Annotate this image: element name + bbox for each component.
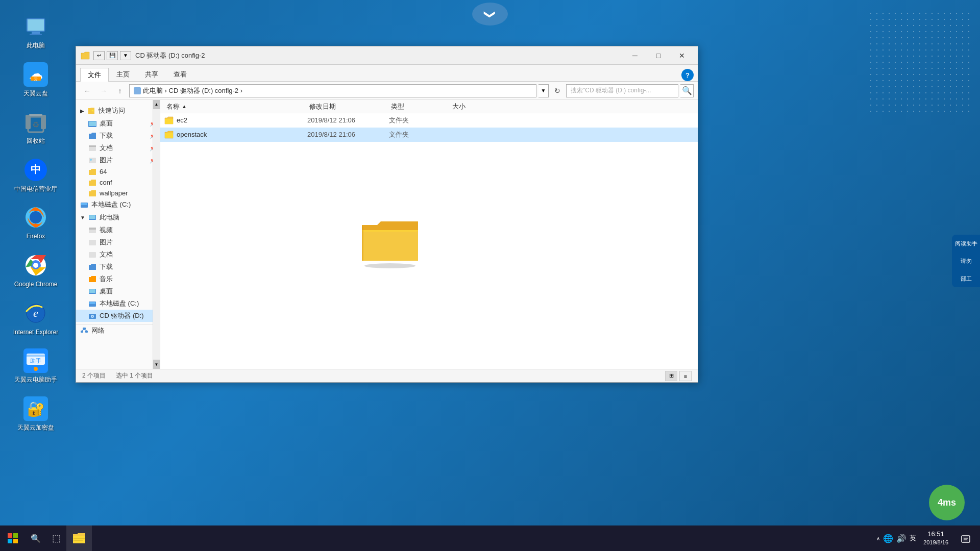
svg-rect-25 bbox=[27, 355, 45, 357]
desktop2-icon bbox=[88, 288, 96, 295]
sidebar-item-local-disk-c[interactable]: 本地磁盘 (C:) bbox=[76, 198, 160, 211]
sidebar-item-downloads[interactable]: 下载 📌 bbox=[76, 130, 160, 142]
svg-rect-66 bbox=[963, 536, 968, 542]
sidebar-item-pictures2[interactable]: 图片 bbox=[76, 236, 160, 248]
desktop-icon-this-pc[interactable]: 此电脑 bbox=[5, 10, 66, 53]
sidebar-item-local-disk-c2[interactable]: 本地磁盘 (C:) bbox=[76, 297, 160, 310]
quick-access-label: 快速访问 bbox=[99, 106, 125, 115]
sidebar-item-pictures[interactable]: 图片 📌 bbox=[76, 154, 160, 166]
svg-rect-53 bbox=[83, 328, 86, 330]
window-controls: ─ □ ✕ bbox=[623, 48, 694, 63]
sidebar-item-videos[interactable]: 视频 bbox=[76, 224, 160, 236]
tray-expand[interactable]: ∧ bbox=[876, 536, 880, 541]
address-path: 此电脑 › CD 驱动器 (D:) config-2 › bbox=[143, 86, 242, 95]
tab-home[interactable]: 主页 bbox=[109, 67, 137, 81]
sidebar-item-desktop2[interactable]: 桌面 bbox=[76, 285, 160, 297]
table-row[interactable]: ec2 2019/8/12 21:06 文件夹 bbox=[160, 113, 698, 128]
svg-rect-60 bbox=[13, 533, 18, 538]
tab-share[interactable]: 共享 bbox=[137, 67, 166, 81]
chinatelecom-label: 中国电信营业厅 bbox=[14, 185, 57, 193]
sidebar-item-wallpaper[interactable]: wallpaper bbox=[76, 188, 160, 198]
undo-button[interactable]: ↩ bbox=[93, 51, 105, 60]
up-button[interactable]: ↑ bbox=[113, 84, 127, 97]
minimize-button[interactable]: ─ bbox=[623, 48, 647, 63]
downloads-folder-icon bbox=[88, 132, 96, 139]
help-button[interactable]: ? bbox=[681, 69, 694, 81]
notification-button[interactable] bbox=[955, 525, 976, 551]
desktop-icon-ie[interactable]: e Internet Explorer bbox=[5, 297, 66, 340]
sidebar-item-documents2[interactable]: 文档 bbox=[76, 248, 160, 261]
content-area: ▲ ▼ ▶ 快速访问 桌面 📌 下载 📌 bbox=[76, 100, 698, 369]
start-button[interactable] bbox=[0, 525, 26, 551]
close-button[interactable]: ✕ bbox=[670, 48, 694, 63]
sidebar-item-conf[interactable]: conf bbox=[76, 177, 160, 188]
desktop-icon-firefox[interactable]: Firefox bbox=[5, 201, 66, 244]
taskbar-file-explorer-button[interactable] bbox=[66, 525, 92, 551]
documents2-icon bbox=[88, 251, 96, 258]
tab-file[interactable]: 文件 bbox=[80, 68, 109, 82]
tianyi-cloud-icon: ☁ 云 bbox=[22, 61, 49, 88]
maximize-button[interactable]: □ bbox=[647, 48, 670, 63]
ribbon: 文件 主页 共享 查看 ? bbox=[76, 65, 698, 82]
search-button[interactable]: 🔍 bbox=[680, 84, 694, 97]
sidebar-item-64[interactable]: 64 bbox=[76, 166, 160, 177]
svg-point-58 bbox=[364, 263, 415, 268]
forward-button[interactable]: → bbox=[96, 84, 111, 97]
network-icon bbox=[80, 327, 88, 334]
svg-line-57 bbox=[84, 330, 87, 331]
sidebar-section-this-pc[interactable]: ▼ 此电脑 bbox=[76, 211, 160, 224]
table-row[interactable]: openstack 2019/8/12 21:06 文件夹 bbox=[160, 128, 698, 142]
ribbon-tabs: 文件 主页 共享 查看 ? bbox=[76, 65, 698, 81]
sidebar-item-desktop[interactable]: 桌面 📌 bbox=[76, 117, 160, 130]
network-tray-icon: 🌐 bbox=[883, 534, 893, 543]
desktop-icon-chinatelecom[interactable]: 中 中国电信营业厅 bbox=[5, 154, 66, 196]
sidebar-item-network[interactable]: 网络 bbox=[76, 324, 160, 337]
sidebar-item-documents[interactable]: 文档 📌 bbox=[76, 142, 160, 154]
sidebar-item-downloads2[interactable]: 下载 bbox=[76, 261, 160, 273]
tab-view[interactable]: 查看 bbox=[166, 67, 194, 81]
desktop-folder-icon bbox=[88, 120, 96, 127]
refresh-button[interactable]: ↻ bbox=[551, 84, 564, 97]
language-indicator[interactable]: 英 bbox=[910, 534, 916, 543]
desktop-icon-tianyi-key[interactable]: 🔐 天翼云加密盘 bbox=[5, 392, 66, 435]
sidebar-item-cd-drive[interactable]: CD 驱动器 (D:) bbox=[76, 310, 160, 322]
address-bar-dropdown[interactable]: ▼ bbox=[538, 84, 549, 97]
taskbar-clock[interactable]: 16:51 2019/8/16 bbox=[920, 529, 951, 548]
search-placeholder: 搜索"CD 驱动器 (D:) config-... bbox=[571, 86, 651, 95]
chevron-button[interactable]: ❯ bbox=[472, 3, 508, 26]
sidebar-item-music[interactable]: 音乐 bbox=[76, 273, 160, 285]
desktop-icon-chrome[interactable]: Google Chrome bbox=[5, 249, 66, 292]
desktop-icon-recycle[interactable]: ♻ 回收站 bbox=[5, 106, 66, 148]
tianyi-assistant-label: 天翼云电脑助手 bbox=[14, 376, 57, 384]
right-panel-item-dept[interactable]: 部工 bbox=[954, 275, 977, 282]
task-view-button[interactable]: ⬚ bbox=[46, 525, 66, 551]
volume-tray-icon[interactable]: 🔊 bbox=[896, 534, 906, 543]
tianyi-key-label: 天翼云加密盘 bbox=[17, 424, 54, 432]
svg-line-56 bbox=[82, 330, 84, 331]
col-header-date[interactable]: 修改日期 bbox=[307, 101, 389, 112]
save-button[interactable]: 💾 bbox=[107, 51, 118, 60]
svg-rect-35 bbox=[89, 158, 96, 163]
col-header-name[interactable]: 名称 ▲ bbox=[164, 101, 307, 112]
title-bar-folder-icon bbox=[80, 51, 90, 61]
search-taskbar-icon: 🔍 bbox=[31, 534, 41, 543]
col-header-type[interactable]: 类型 bbox=[389, 101, 450, 112]
sidebar-scroll-down[interactable]: ▼ bbox=[153, 360, 160, 369]
desktop-icon-tianyi-assistant[interactable]: 助手 天翼云电脑助手 bbox=[5, 344, 66, 387]
right-panel-item-read[interactable]: 阅读助手 bbox=[954, 240, 977, 247]
view-list-button[interactable]: ≡ bbox=[679, 371, 692, 381]
search-taskbar-button[interactable]: 🔍 bbox=[26, 525, 46, 551]
this-pc-label: 此电脑 bbox=[27, 42, 45, 50]
desktop-icon-tianyi-cloud[interactable]: ☁ 云 天翼云盘 bbox=[5, 58, 66, 101]
back-button[interactable]: ← bbox=[80, 84, 94, 97]
view-grid-button[interactable]: ⊞ bbox=[665, 371, 677, 381]
svg-rect-63 bbox=[74, 538, 85, 539]
search-bar[interactable]: 搜索"CD 驱动器 (D:) config-... bbox=[566, 84, 678, 97]
right-panel-item-dnd[interactable]: 请勿 bbox=[954, 257, 977, 264]
svg-rect-64 bbox=[74, 540, 83, 541]
quick-access-dropdown[interactable]: ▼ bbox=[120, 51, 131, 60]
col-header-size[interactable]: 大小 bbox=[450, 101, 501, 112]
sidebar-section-quick-access[interactable]: ▶ 快速访问 bbox=[76, 104, 160, 117]
address-bar[interactable]: 此电脑 › CD 驱动器 (D:) config-2 › bbox=[129, 84, 536, 97]
sidebar-scroll-up[interactable]: ▲ bbox=[153, 100, 160, 109]
